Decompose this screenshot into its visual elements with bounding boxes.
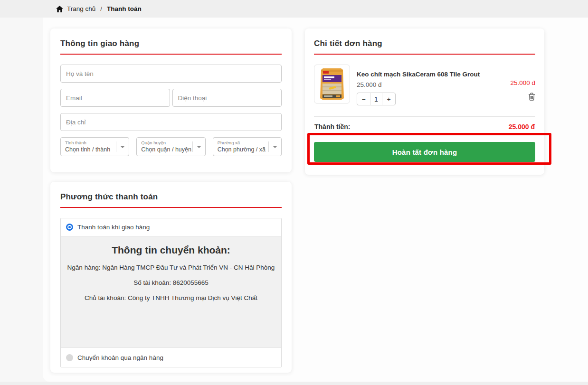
breadcrumb-current: Thanh toán (107, 5, 142, 12)
order-card-title: Chi tiết đơn hàng (314, 39, 535, 48)
checkout-page: Trang chủ / Thanh toán Thông tin giao hà… (0, 0, 588, 385)
bank-name-line: Ngân hàng: Ngân Hàng TMCP Đầu Tư và Phát… (61, 264, 281, 271)
breadcrumb-bar: Trang chủ / Thanh toán (0, 0, 588, 18)
fullname-input[interactable] (60, 65, 282, 83)
ward-select[interactable]: Phường xã Chọn phường / xã (213, 137, 282, 156)
product-image (314, 65, 350, 103)
payment-option-cod[interactable]: Thanh toán khi giao hàng (61, 218, 281, 236)
quantity-decrease-button[interactable]: − (357, 93, 370, 105)
total-label: Thành tiền: (314, 123, 350, 131)
product-name: Keo chít mạch SikaCeram 608 Tile Grout (357, 71, 503, 78)
payment-card-title: Phương thức thanh toán (60, 192, 282, 202)
footer-strip (0, 382, 588, 385)
email-input[interactable] (60, 89, 170, 107)
cart-item-row: Keo chít mạch SikaCeram 608 Tile Grout 2… (314, 65, 535, 105)
payment-option-bank-transfer-label: Chuyển khoản qua ngân hàng (77, 354, 163, 361)
chevron-down-icon (192, 141, 205, 152)
bank-transfer-info-panel: Thông tin chuyển khoản: Ngân hàng: Ngân … (61, 236, 281, 347)
chevron-down-icon (268, 141, 281, 152)
district-select-label: Quận huyện (141, 140, 192, 145)
breadcrumb-home-link[interactable]: Trang chủ (67, 5, 95, 12)
bank-account-line: Số tài khoản: 8620055665 (61, 279, 281, 286)
chevron-down-icon (116, 141, 129, 152)
phone-input[interactable] (172, 89, 282, 107)
payment-options-group: Thanh toán khi giao hàng Thông tin chuyể… (60, 218, 282, 367)
payment-option-bank-transfer[interactable]: Chuyển khoản qua ngân hàng (61, 347, 281, 367)
complete-order-button[interactable]: Hoàn tất đơn hàng (314, 142, 535, 162)
radio-unselected-icon[interactable] (66, 354, 73, 361)
shipping-card-title: Thông tin giao hàng (60, 39, 282, 48)
bank-holder-line: Chủ tài khoản: Công ty TNHH Thương mại D… (61, 294, 281, 301)
total-value: 25.000 đ (509, 123, 535, 131)
breadcrumb: Trang chủ / Thanh toán (56, 5, 142, 12)
payment-option-cod-label: Thanh toán khi giao hàng (77, 224, 150, 231)
radio-selected-icon[interactable] (66, 224, 73, 231)
quantity-increase-button[interactable]: + (382, 93, 395, 105)
breadcrumb-separator: / (99, 5, 103, 12)
title-underline (314, 54, 535, 55)
quantity-stepper: − 1 + (357, 93, 396, 105)
order-details-card: Chi tiết đơn hàng (305, 28, 544, 175)
home-icon[interactable] (56, 6, 63, 12)
province-select-value: Chọn tỉnh / thành (65, 146, 116, 153)
district-select-value: Chọn quận / huyện (141, 146, 192, 153)
payment-method-card: Phương thức thanh toán Thanh toán khi gi… (50, 182, 292, 373)
address-input[interactable] (60, 113, 282, 131)
province-select-label: Tỉnh thành (65, 140, 116, 145)
line-total-price: 25.000 đ (510, 79, 535, 86)
shipping-info-card: Thông tin giao hàng Tỉnh thành Chọn tỉnh… (50, 28, 292, 172)
ward-select-label: Phường xã (218, 140, 268, 145)
quantity-value[interactable]: 1 (370, 93, 382, 105)
product-unit-price: 25.000 đ (357, 81, 503, 88)
trash-icon[interactable] (528, 93, 535, 101)
title-underline (60, 207, 282, 208)
bank-info-heading: Thông tin chuyển khoản: (61, 244, 281, 256)
district-select[interactable]: Quận huyện Chọn quận / huyện (136, 137, 205, 156)
title-underline (60, 54, 282, 55)
province-select[interactable]: Tỉnh thành Chọn tỉnh / thành (60, 137, 129, 156)
ward-select-value: Chọn phường / xã (218, 146, 268, 153)
